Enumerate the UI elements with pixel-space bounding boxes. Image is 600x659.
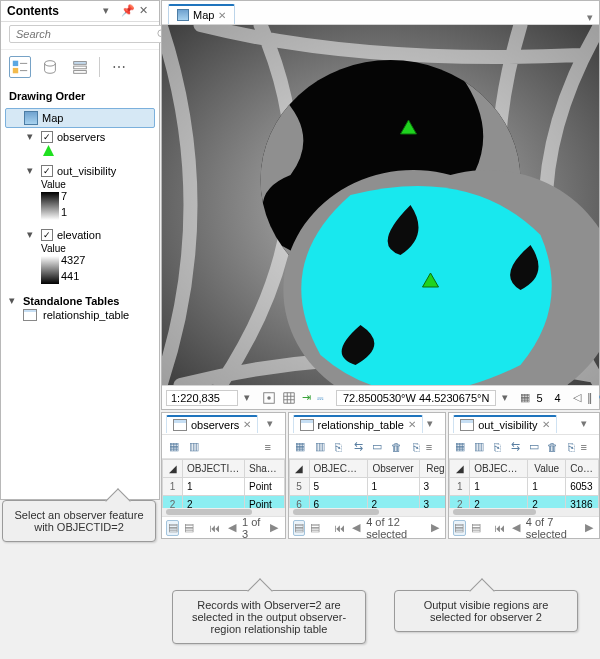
first-icon[interactable]: ⏮ bbox=[334, 520, 346, 536]
dropdown-icon[interactable]: ▾ bbox=[581, 11, 599, 24]
switch-selection-button[interactable]: ⇆ bbox=[507, 437, 525, 457]
col-objectid[interactable]: OBJECTID * bbox=[183, 460, 245, 478]
prev-icon[interactable]: ◁ bbox=[573, 390, 581, 406]
field-view-button[interactable]: ▦ bbox=[291, 437, 310, 457]
show-selected-button[interactable]: ▤ bbox=[309, 520, 321, 536]
switch-selection-button[interactable]: ⇆ bbox=[349, 437, 368, 457]
map-node[interactable]: Map bbox=[5, 108, 155, 128]
add-field-button[interactable]: ▥ bbox=[310, 437, 329, 457]
table-tab[interactable]: relationship_table ✕ bbox=[293, 415, 423, 433]
list-by-source-button[interactable] bbox=[39, 56, 61, 78]
measure-icon[interactable]: ⇥ bbox=[302, 390, 311, 406]
search-input[interactable] bbox=[9, 25, 172, 43]
col-objectid[interactable]: OBJECTID * bbox=[309, 460, 367, 478]
standalone-tables-node[interactable]: ▾ Standalone Tables bbox=[5, 292, 155, 309]
close-icon[interactable]: ✕ bbox=[139, 4, 153, 18]
row-header[interactable]: ◢ bbox=[289, 460, 309, 478]
add-field-button[interactable]: ▥ bbox=[470, 437, 488, 457]
row-header[interactable]: ◢ bbox=[450, 460, 470, 478]
show-all-button[interactable]: ▤ bbox=[166, 520, 179, 536]
table-row[interactable]: 5513 bbox=[289, 478, 445, 496]
field-view-button[interactable]: ▦ bbox=[164, 437, 184, 457]
grid-icon[interactable] bbox=[282, 390, 296, 406]
pause-icon[interactable]: ‖ bbox=[587, 390, 593, 406]
menu-icon[interactable]: ≡ bbox=[426, 441, 443, 453]
observers-grid[interactable]: ◢ OBJECTID * Shape * 11Point22Point33Poi… bbox=[162, 459, 285, 508]
list-by-drawing-order-button[interactable] bbox=[9, 56, 31, 78]
show-all-button[interactable]: ▤ bbox=[453, 520, 465, 536]
clear-selection-button[interactable]: ▭ bbox=[368, 437, 387, 457]
table-tab[interactable]: out_visibility ✕ bbox=[453, 415, 556, 433]
add-field-button[interactable]: ▥ bbox=[184, 437, 204, 457]
show-selected-button[interactable]: ▤ bbox=[470, 520, 482, 536]
col-region[interactable]: Region bbox=[419, 460, 445, 478]
clear-selection-button[interactable]: ▭ bbox=[525, 437, 543, 457]
dropdown-icon[interactable]: ▾ bbox=[103, 4, 117, 18]
visibility-checkbox[interactable] bbox=[41, 229, 53, 241]
dropdown-icon[interactable]: ▾ bbox=[267, 417, 281, 430]
show-all-button[interactable]: ▤ bbox=[293, 520, 306, 536]
col-observer[interactable]: Observer bbox=[367, 460, 419, 478]
table-row[interactable]: 6623 bbox=[289, 496, 445, 509]
select-related-button[interactable]: ⎘ bbox=[329, 437, 348, 457]
caret-down-icon[interactable]: ▾ bbox=[27, 228, 37, 241]
table-row[interactable]: 1116053 bbox=[450, 478, 599, 496]
col-shape[interactable]: Shape * bbox=[245, 460, 285, 478]
map-canvas[interactable] bbox=[162, 25, 599, 385]
visibility-checkbox[interactable] bbox=[41, 131, 53, 143]
map-tab[interactable]: Map ✕ bbox=[168, 4, 235, 24]
pin-icon[interactable]: 📌 bbox=[121, 4, 135, 18]
close-tab-icon[interactable]: ✕ bbox=[218, 10, 226, 21]
prev-icon[interactable]: ◀ bbox=[350, 520, 362, 536]
next-icon[interactable]: ▶ bbox=[429, 520, 441, 536]
table-row[interactable]: 11Point bbox=[163, 478, 285, 496]
horizontal-scrollbar[interactable] bbox=[289, 508, 446, 516]
menu-icon[interactable]: ≡ bbox=[265, 441, 283, 453]
dropdown-icon[interactable]: ▾ bbox=[581, 417, 595, 430]
select-related-button[interactable]: ⎘ bbox=[488, 437, 506, 457]
next-icon[interactable]: ▶ bbox=[268, 520, 281, 536]
out-visibility-grid[interactable]: ◢ OBJECTID * Value Count 111605322231863… bbox=[449, 459, 599, 508]
field-view-button[interactable]: ▦ bbox=[451, 437, 469, 457]
menu-icon[interactable]: ≡ bbox=[580, 441, 597, 453]
layer-elevation[interactable]: ▾ elevation bbox=[23, 226, 155, 243]
visibility-checkbox[interactable] bbox=[41, 165, 53, 177]
table-row[interactable]: 22Point bbox=[163, 496, 285, 509]
relationship-grid[interactable]: ◢ OBJECTID * Observer Region 55136623771… bbox=[289, 459, 446, 508]
relationship-table-label[interactable]: relationship_table bbox=[43, 309, 129, 321]
prev-icon[interactable]: ◀ bbox=[510, 520, 522, 536]
next-icon[interactable]: ▶ bbox=[583, 520, 595, 536]
snap-icon[interactable] bbox=[262, 390, 276, 406]
close-tab-icon[interactable]: ✕ bbox=[542, 419, 550, 430]
col-value[interactable]: Value bbox=[528, 460, 566, 478]
caret-down-icon[interactable]: ▾ bbox=[27, 164, 37, 177]
list-by-selection-button[interactable] bbox=[69, 56, 91, 78]
bookmark-icon[interactable]: ▦ bbox=[520, 390, 530, 406]
col-objectid[interactable]: OBJECTID * bbox=[470, 460, 528, 478]
horizontal-scrollbar[interactable] bbox=[162, 508, 285, 516]
delete-button[interactable]: 🗑 bbox=[387, 437, 406, 457]
dropdown-icon[interactable]: ▾ bbox=[427, 417, 441, 430]
prev-icon[interactable]: ◀ bbox=[225, 520, 238, 536]
layer-observers[interactable]: ▾ observers bbox=[23, 128, 155, 145]
caret-down-icon[interactable]: ▾ bbox=[27, 130, 37, 143]
first-icon[interactable]: ⏮ bbox=[209, 520, 222, 536]
col-count[interactable]: Count bbox=[566, 460, 599, 478]
coordinates-readout[interactable]: 72.8500530°W 44.5230675°N bbox=[336, 390, 496, 406]
delete-button[interactable]: 🗑 bbox=[543, 437, 561, 457]
scale-dropdown-icon[interactable]: ▾ bbox=[244, 390, 250, 406]
first-icon[interactable]: ⏮ bbox=[494, 520, 506, 536]
scale-input[interactable] bbox=[166, 390, 238, 406]
table-row[interactable]: 2223186 bbox=[450, 496, 599, 509]
show-selected-button[interactable]: ▤ bbox=[183, 520, 196, 536]
table-tab[interactable]: observers ✕ bbox=[166, 415, 258, 433]
copy-button[interactable]: ⎘ bbox=[406, 437, 425, 457]
close-tab-icon[interactable]: ✕ bbox=[408, 419, 416, 430]
constraints-icon[interactable]: ⎓ bbox=[317, 390, 324, 406]
caret-down-icon[interactable]: ▾ bbox=[9, 294, 19, 307]
copy-button[interactable]: ⎘ bbox=[562, 437, 580, 457]
more-icon[interactable]: ⋯ bbox=[108, 56, 130, 78]
horizontal-scrollbar[interactable] bbox=[449, 508, 599, 516]
layer-out-visibility[interactable]: ▾ out_visibility bbox=[23, 162, 155, 179]
row-header[interactable]: ◢ bbox=[163, 460, 183, 478]
